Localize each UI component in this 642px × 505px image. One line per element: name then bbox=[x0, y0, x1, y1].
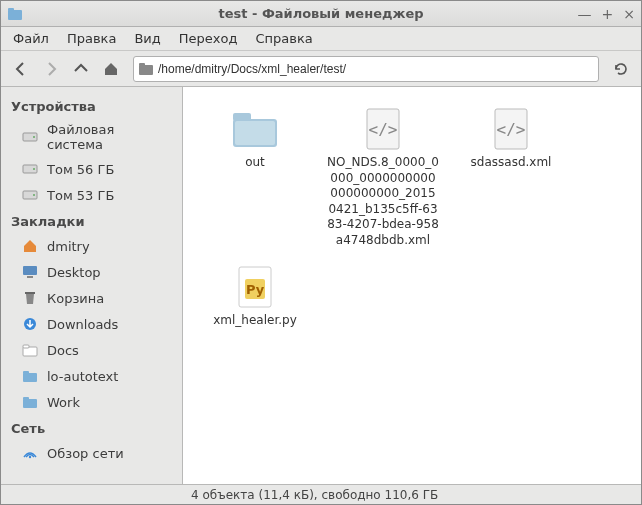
toolbar bbox=[1, 51, 641, 87]
svg-rect-17 bbox=[23, 371, 29, 374]
menu-file[interactable]: Файл bbox=[5, 28, 57, 49]
menu-edit[interactable]: Правка bbox=[59, 28, 124, 49]
svg-text:Py: Py bbox=[246, 282, 265, 297]
folder-icon bbox=[21, 393, 39, 411]
folder-icon bbox=[21, 367, 39, 385]
sidebar-device-2[interactable]: Том 53 ГБ bbox=[1, 182, 182, 208]
statusbar: 4 объекта (11,4 кБ), свободно 110,6 ГБ bbox=[1, 484, 641, 504]
reload-button[interactable] bbox=[607, 55, 635, 83]
svg-point-7 bbox=[33, 168, 35, 170]
content-area: Устройства Файловая системаТом 56 ГБТом … bbox=[1, 87, 641, 484]
arrow-up-icon bbox=[73, 61, 89, 77]
svg-rect-22 bbox=[233, 113, 251, 121]
drive-icon bbox=[21, 128, 39, 146]
folder-simple-icon bbox=[21, 341, 39, 359]
svg-rect-19 bbox=[23, 397, 29, 400]
sidebar-bookmark-0[interactable]: dmitry bbox=[1, 233, 182, 259]
sidebar-bookmark-2[interactable]: Корзина bbox=[1, 285, 182, 311]
svg-rect-11 bbox=[27, 276, 33, 278]
up-button[interactable] bbox=[67, 55, 95, 83]
sidebar-bookmark-6[interactable]: Work bbox=[1, 389, 182, 415]
svg-text:</>: </> bbox=[369, 120, 398, 139]
sidebar-item-label: Work bbox=[47, 395, 80, 410]
sidebar-item-label: Том 53 ГБ bbox=[47, 188, 114, 203]
svg-rect-16 bbox=[23, 373, 37, 382]
file-item-2[interactable]: </>sdassasd.xml bbox=[451, 103, 571, 253]
home-button[interactable] bbox=[97, 55, 125, 83]
sidebar-device-0[interactable]: Файловая система bbox=[1, 118, 182, 156]
path-bar bbox=[133, 56, 599, 82]
svg-rect-2 bbox=[139, 65, 153, 75]
sidebar-item-label: dmitry bbox=[47, 239, 90, 254]
path-input[interactable] bbox=[158, 62, 594, 76]
folder-icon bbox=[229, 107, 281, 151]
trash-icon bbox=[21, 289, 39, 307]
drive-icon bbox=[21, 160, 39, 178]
svg-point-5 bbox=[33, 136, 35, 138]
sidebar-item-label: Downloads bbox=[47, 317, 118, 332]
home-icon bbox=[103, 61, 119, 77]
minimize-button[interactable]: — bbox=[578, 7, 592, 21]
file-view[interactable]: out</>NO_NDS.8_0000_0000_000000000000000… bbox=[183, 87, 641, 484]
sidebar-bookmark-3[interactable]: Downloads bbox=[1, 311, 182, 337]
arrow-left-icon bbox=[13, 61, 29, 77]
svg-point-9 bbox=[33, 194, 35, 196]
sidebar-item-label: Файловая система bbox=[47, 122, 172, 152]
sidebar-network-header: Сеть bbox=[1, 415, 182, 440]
window-controls: — + × bbox=[578, 7, 635, 21]
sidebar-device-1[interactable]: Том 56 ГБ bbox=[1, 156, 182, 182]
sidebar-item-label: Desktop bbox=[47, 265, 101, 280]
file-label: xml_healer.py bbox=[213, 313, 297, 329]
forward-button[interactable] bbox=[37, 55, 65, 83]
folder-icon bbox=[138, 61, 154, 77]
sidebar-item-label: Корзина bbox=[47, 291, 104, 306]
file-item-0[interactable]: out bbox=[195, 103, 315, 253]
file-label: NO_NDS.8_0000_0000_0000000000000000000_2… bbox=[327, 155, 439, 249]
file-label: out bbox=[245, 155, 265, 171]
home-icon bbox=[21, 237, 39, 255]
sidebar-bookmark-1[interactable]: Desktop bbox=[1, 259, 182, 285]
file-item-1[interactable]: </>NO_NDS.8_0000_0000_000000000000000000… bbox=[323, 103, 443, 253]
arrow-right-icon bbox=[43, 61, 59, 77]
sidebar-bookmark-5[interactable]: lo-autotext bbox=[1, 363, 182, 389]
svg-point-20 bbox=[29, 456, 31, 458]
svg-rect-18 bbox=[23, 399, 37, 408]
svg-rect-15 bbox=[23, 345, 29, 348]
menu-view[interactable]: Вид bbox=[126, 28, 168, 49]
desktop-icon bbox=[21, 263, 39, 281]
xml-icon: </> bbox=[485, 107, 537, 151]
file-manager-window: test - Файловый менеджер — + × Файл Прав… bbox=[0, 0, 642, 505]
svg-rect-10 bbox=[23, 266, 37, 275]
sidebar-item-label: Docs bbox=[47, 343, 79, 358]
menu-help[interactable]: Справка bbox=[247, 28, 320, 49]
close-button[interactable]: × bbox=[623, 7, 635, 21]
network-icon bbox=[21, 444, 39, 462]
xml-icon: </> bbox=[357, 107, 409, 151]
file-label: sdassasd.xml bbox=[471, 155, 552, 171]
reload-icon bbox=[613, 61, 629, 77]
window-title: test - Файловый менеджер bbox=[218, 6, 423, 21]
menu-go[interactable]: Переход bbox=[171, 28, 246, 49]
drive-icon bbox=[21, 186, 39, 204]
sidebar-bookmarks-header: Закладки bbox=[1, 208, 182, 233]
sidebar-network-0[interactable]: Обзор сети bbox=[1, 440, 182, 466]
sidebar-item-label: Обзор сети bbox=[47, 446, 124, 461]
app-icon bbox=[7, 6, 23, 22]
downloads-icon bbox=[21, 315, 39, 333]
svg-rect-12 bbox=[25, 292, 35, 294]
sidebar-item-label: lo-autotext bbox=[47, 369, 118, 384]
sidebar-bookmark-4[interactable]: Docs bbox=[1, 337, 182, 363]
svg-rect-23 bbox=[235, 121, 275, 145]
back-button[interactable] bbox=[7, 55, 35, 83]
svg-rect-1 bbox=[8, 8, 14, 11]
svg-text:</>: </> bbox=[497, 120, 526, 139]
sidebar: Устройства Файловая системаТом 56 ГБТом … bbox=[1, 87, 183, 484]
sidebar-item-label: Том 56 ГБ bbox=[47, 162, 114, 177]
svg-rect-3 bbox=[139, 63, 145, 66]
python-icon: Py bbox=[229, 265, 281, 309]
sidebar-devices-header: Устройства bbox=[1, 93, 182, 118]
maximize-button[interactable]: + bbox=[602, 7, 614, 21]
titlebar: test - Файловый менеджер — + × bbox=[1, 1, 641, 27]
file-item-3[interactable]: Pyxml_healer.py bbox=[195, 261, 315, 333]
statusbar-text: 4 объекта (11,4 кБ), свободно 110,6 ГБ bbox=[191, 488, 438, 502]
